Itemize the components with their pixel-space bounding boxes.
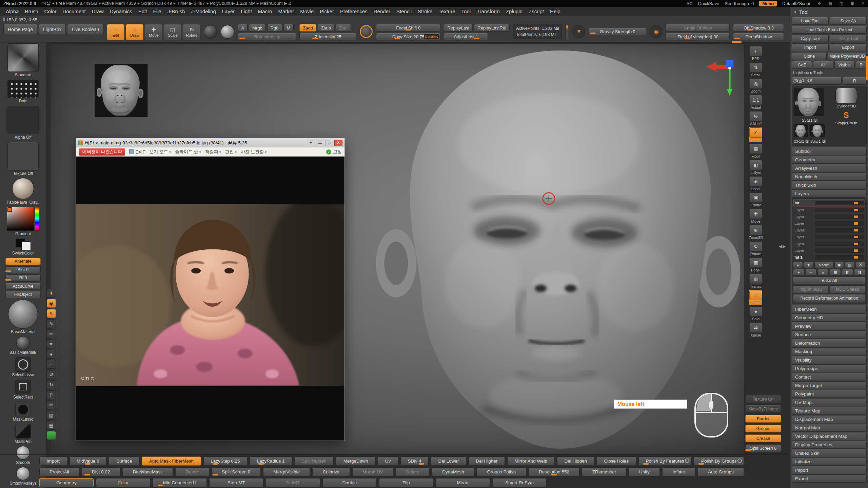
view-control-button[interactable]: ◎ Zoom <box>749 79 762 93</box>
titlebar-button[interactable]: See-through: 0 <box>725 1 754 6</box>
load-tools-from-project-button[interactable]: Load Tools From Project <box>792 26 867 34</box>
layer-name[interactable]: Layer <box>794 221 813 225</box>
photo-toolbar-menu[interactable]: 보기 모드 <box>149 149 171 155</box>
tool-section-header[interactable]: Masking <box>792 347 867 355</box>
menu-item[interactable]: Texture <box>435 8 458 14</box>
titlebar-button[interactable]: DefaultZScript <box>782 1 810 6</box>
menu-item[interactable]: Zplugin <box>503 8 526 14</box>
gravity-strength-slider[interactable]: Gravity Strength 0 <box>589 28 646 35</box>
layer-name[interactable]: fat <box>795 201 814 205</box>
view-control-button[interactable]: ◌ Ghost <box>749 290 762 305</box>
menu-item[interactable]: Picker <box>317 8 337 14</box>
layer-row[interactable]: Layer <box>793 206 865 213</box>
obj-shadow-slider[interactable]: ObjShadow 0.3 <box>733 24 784 32</box>
bottom-shelf-button[interactable]: DelMT <box>266 478 320 487</box>
bottom-shelf-button[interactable]: ProjectAll <box>39 467 79 476</box>
bottom-shelf-button[interactable]: Inflate <box>662 467 695 476</box>
menu-item[interactable]: Macro <box>255 8 275 14</box>
menu-item[interactable]: Document <box>59 8 88 14</box>
layer-control-button[interactable]: ▼ <box>804 262 814 268</box>
photo-toolbar-menu[interactable]: 편집 <box>225 149 237 155</box>
switch-color-swatches[interactable] <box>15 238 31 250</box>
tool-r-button[interactable]: R <box>843 77 867 85</box>
right-dock-button[interactable]: Split Screen 0 <box>745 444 781 452</box>
import-tool-button[interactable]: Import <box>792 43 829 51</box>
right-dock-button[interactable]: Groups <box>745 425 781 432</box>
collapse-panel-icon[interactable]: ◄ <box>793 9 797 14</box>
layer-row-selected[interactable]: fat <box>793 200 865 206</box>
window-control-icon[interactable]: ▣ <box>850 1 854 6</box>
tool-section-header[interactable]: Export <box>792 474 867 483</box>
menu-item[interactable]: Marker <box>275 8 297 14</box>
dot-icon[interactable]: ● <box>47 350 56 359</box>
select-lasso-thumbnail[interactable] <box>15 357 31 372</box>
bottom-shelf-button[interactable]: StoreMT <box>209 478 263 487</box>
layer-name[interactable]: Layer <box>794 248 813 252</box>
window-control-icon[interactable]: ❖ <box>818 1 821 6</box>
photo-window-control[interactable]: ✕ <box>334 140 342 146</box>
layer-row[interactable]: Layer <box>793 233 865 240</box>
view-control-button[interactable]: ⇅ Scroll <box>749 62 762 77</box>
photo-window-control[interactable]: □ <box>325 140 333 146</box>
bottom-shelf-button[interactable]: Del Higher <box>469 456 505 466</box>
bottom-shelf-button[interactable]: Polish By Groups <box>694 456 744 466</box>
sculpt-head-model[interactable] <box>368 45 745 454</box>
layer-intensity-slider[interactable] <box>815 235 864 239</box>
bottom-shelf-button[interactable]: Color <box>96 478 150 487</box>
tool-section-header[interactable]: Geometry HD <box>792 313 867 322</box>
paint-mode-button[interactable]: Rgb <box>267 24 282 32</box>
sculpt-mode-button[interactable]: Zadd <box>299 24 316 32</box>
goz-button[interactable]: GoZ <box>792 61 812 69</box>
trash-icon[interactable]: ▯ <box>47 390 56 399</box>
view-control-button[interactable]: ◧ L.Sym <box>749 160 762 175</box>
titlebar-button[interactable]: AC <box>686 1 692 6</box>
grid-icon[interactable]: ▦ <box>47 421 56 430</box>
layer-control-button[interactable]: ≡ <box>817 269 829 276</box>
redo-icon[interactable]: ↻ <box>47 380 56 389</box>
layer-control-button[interactable]: − <box>805 269 816 276</box>
axis-gizmo[interactable] <box>705 58 737 109</box>
layer-row[interactable]: Layer <box>793 240 865 247</box>
layer-row[interactable]: Layer <box>793 213 865 220</box>
bottom-shelf-button[interactable]: SDiv 4 <box>400 456 429 466</box>
tool-section-header[interactable]: Visibility <box>792 356 867 364</box>
mode-button[interactable]: ◱Scale <box>164 24 181 40</box>
swatch-icon[interactable]: ■ <box>47 431 56 440</box>
layer-name[interactable]: fat 1 <box>794 255 813 259</box>
basic-material-thumbnail[interactable] <box>8 300 38 329</box>
menu-item[interactable]: Dynamics <box>107 8 135 14</box>
eye-icon[interactable]: ◉ <box>47 299 56 308</box>
view-control-button[interactable]: ∠ Persp <box>749 127 762 142</box>
small-circle-icon[interactable]: ◦ <box>47 360 56 369</box>
view-control-button[interactable]: ◍ Transp <box>749 274 762 288</box>
mode-button[interactable]: ✎Edit <box>107 24 124 40</box>
tool-section-header[interactable]: Normal Map <box>792 424 867 432</box>
window-control-icon[interactable]: ◫ <box>840 1 843 6</box>
tool-section-header[interactable]: NanoMesh <box>792 172 867 181</box>
bottom-shelf-button[interactable]: Flip <box>379 478 433 487</box>
alternate-button[interactable]: Alternate <box>5 258 41 265</box>
mode-button[interactable]: ◉Draw <box>126 24 143 40</box>
draw-size-slider[interactable]: Draw Size 28.75Dynamic <box>376 33 440 40</box>
layer-name[interactable]: Layer <box>794 208 813 212</box>
menu-item[interactable]: Color <box>41 8 60 14</box>
paint-mode-button[interactable]: A <box>238 24 248 32</box>
save-as-button[interactable]: Save As <box>830 17 867 25</box>
mask-pen-thumbnail[interactable] <box>15 424 31 439</box>
layer-control-button[interactable]: + <box>793 269 804 276</box>
lightbox-tools-label[interactable]: Lightbox►Tools <box>792 70 867 76</box>
layer-name[interactable]: Layer <box>794 228 813 232</box>
layer-row[interactable]: Layer <box>793 220 865 227</box>
layer-intensity-slider[interactable] <box>815 255 864 260</box>
tool-section-header[interactable]: Deformation <box>792 339 867 347</box>
layer-row-active[interactable]: fat 1 <box>793 254 865 261</box>
bottom-shelf-button[interactable]: Polish By Features <box>638 456 692 466</box>
paint-mode-button[interactable]: M <box>283 24 294 32</box>
right-dock-button[interactable]: Border <box>745 415 781 423</box>
model-thumbnail[interactable] <box>95 64 147 117</box>
bottom-shelf-button[interactable]: Min Connected f <box>153 478 207 487</box>
layer-intensity-slider[interactable] <box>815 228 864 232</box>
layer-name[interactable]: Layer <box>794 215 813 219</box>
tool-section-header[interactable]: Texture Map <box>792 407 867 415</box>
goz-r-button[interactable]: R <box>856 61 867 69</box>
